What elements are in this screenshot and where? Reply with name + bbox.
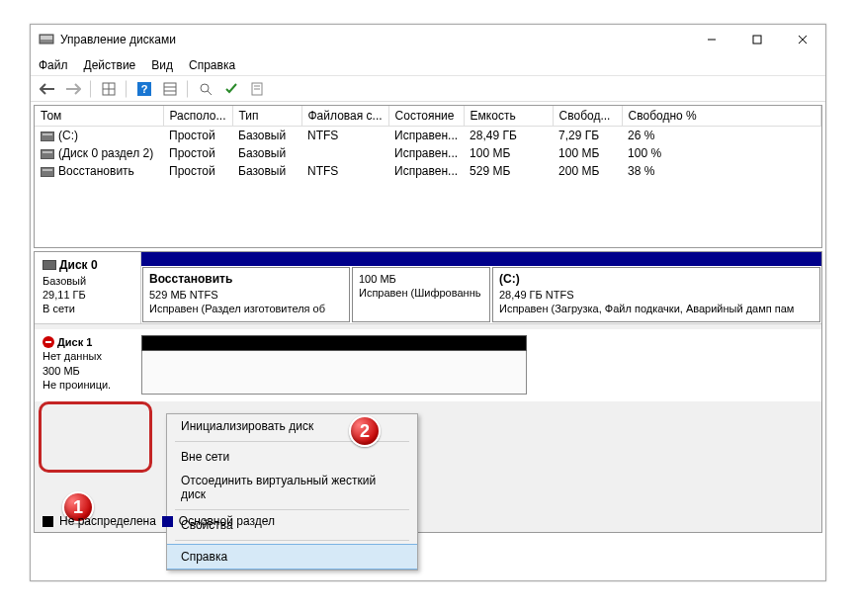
legend-unallocated-label: Не распределена	[59, 514, 156, 528]
disk1-space[interactable]	[141, 329, 535, 401]
legend-swatch-primary	[162, 516, 173, 527]
col-status[interactable]: Состояние	[388, 106, 464, 127]
menu-offline[interactable]: Вне сети	[167, 445, 417, 469]
disk0-part-efi[interactable]: 100 МБ Исправен (Шифрованнь	[352, 267, 490, 322]
volume-icon	[41, 149, 54, 159]
volume-icon	[41, 132, 54, 141]
context-menu: Инициализировать диск Вне сети Отсоедини…	[166, 413, 418, 571]
toolbar-check-icon[interactable]	[220, 78, 242, 100]
table-header-row: Том Располо... Тип Файловая с... Состоян…	[35, 106, 821, 127]
disk0-info: Диск 0 Базовый 29,11 ГБ В сети	[35, 252, 141, 323]
window-title: Управление дисками	[60, 33, 176, 46]
toolbar-separator	[187, 80, 189, 98]
table-row[interactable]: (C:)ПростойБазовыйNTFSИсправен...28,49 Г…	[35, 127, 821, 145]
svg-line-15	[208, 91, 212, 95]
menu-help[interactable]: Справка	[167, 544, 417, 570]
disk0-part-recovery[interactable]: Восстановить 529 МБ NTFS Исправен (Разде…	[142, 267, 350, 322]
disk-error-icon	[43, 336, 54, 348]
help-icon[interactable]: ?	[133, 78, 155, 100]
annotation-highlight-disk1	[39, 401, 152, 473]
svg-point-14	[201, 84, 209, 92]
close-button[interactable]	[780, 25, 825, 54]
menubar: Файл Действие Вид Справка	[31, 54, 825, 76]
legend-primary-label: Основной раздел	[179, 514, 275, 528]
disk1-info: Диск 1 Нет данных 300 МБ Не проиници.	[35, 329, 141, 401]
svg-rect-3	[753, 36, 761, 44]
disk-graphic-pane: Диск 0 Базовый 29,11 ГБ В сети Восстанов…	[34, 251, 822, 533]
toolbar: ?	[31, 76, 825, 102]
col-capacity[interactable]: Емкость	[464, 106, 553, 127]
minimize-button[interactable]	[689, 25, 734, 54]
disk0-stripe-header	[141, 252, 821, 266]
disk0-partitions: Восстановить 529 МБ NTFS Исправен (Разде…	[141, 252, 821, 323]
svg-text:?: ?	[141, 83, 148, 95]
back-button[interactable]	[37, 78, 58, 100]
menu-detach-vhd[interactable]: Отсоединить виртуальный жесткий диск	[167, 469, 417, 506]
toolbar-grid-icon[interactable]	[98, 78, 120, 100]
col-type[interactable]: Тип	[232, 106, 301, 127]
menu-separator	[175, 509, 409, 510]
toolbar-zoom-icon[interactable]	[195, 78, 216, 100]
menu-separator	[175, 540, 409, 541]
volume-list-pane: Том Располо... Тип Файловая с... Состоян…	[34, 105, 822, 248]
legend-swatch-unallocated	[43, 516, 53, 527]
col-layout[interactable]: Располо...	[163, 106, 232, 127]
col-fs[interactable]: Файловая с...	[301, 106, 388, 127]
disk1-unallocated-header	[141, 335, 527, 351]
disk1-unallocated-body	[141, 351, 527, 395]
col-volume[interactable]: Том	[35, 106, 163, 127]
toolbar-sheet-icon[interactable]	[246, 78, 268, 100]
menu-help-top[interactable]: Справка	[189, 58, 235, 72]
disk0-row[interactable]: Диск 0 Базовый 29,11 ГБ В сети Восстанов…	[35, 252, 821, 324]
table-row[interactable]: (Диск 0 раздел 2)ПростойБазовыйИсправен.…	[35, 144, 821, 162]
disk1-row[interactable]: Диск 1 Нет данных 300 МБ Не проиници.	[35, 329, 821, 401]
app-icon	[39, 32, 54, 47]
toolbar-separator	[90, 80, 92, 98]
legend: Не распределена Основной раздел	[43, 514, 275, 528]
disk0-part-c[interactable]: (C:) 28,49 ГБ NTFS Исправен (Загрузка, Ф…	[492, 267, 820, 322]
col-freepct[interactable]: Свободно %	[622, 106, 820, 127]
menu-action[interactable]: Действие	[84, 58, 136, 72]
menu-view[interactable]: Вид	[151, 58, 173, 72]
disk-icon	[43, 260, 56, 270]
volume-icon	[41, 167, 54, 177]
annotation-bubble-2: 2	[349, 415, 381, 447]
col-free[interactable]: Свобод...	[553, 106, 622, 127]
svg-rect-11	[164, 83, 176, 95]
menu-file[interactable]: Файл	[39, 58, 68, 72]
volume-table[interactable]: Том Располо... Тип Файловая с... Состоян…	[35, 106, 821, 180]
disk-mgmt-window: Управление дисками Файл Действие Вид Спр…	[30, 24, 826, 581]
forward-button[interactable]	[62, 78, 84, 100]
toolbar-separator	[126, 80, 128, 98]
maximize-button[interactable]	[734, 25, 780, 54]
svg-rect-1	[41, 36, 52, 40]
table-row[interactable]: ВосстановитьПростойБазовыйNTFSИсправен..…	[35, 162, 821, 180]
titlebar: Управление дисками	[31, 25, 825, 54]
toolbar-list-icon[interactable]	[159, 78, 181, 100]
